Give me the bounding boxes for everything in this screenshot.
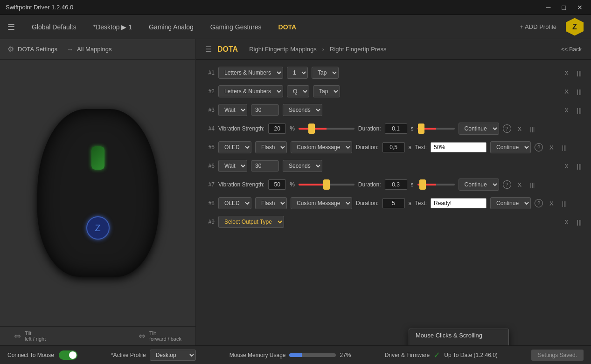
row-5-s-label: s	[409, 144, 411, 151]
nav-tab-global[interactable]: Global Defaults	[24, 21, 84, 34]
row-8-duration-value[interactable]	[382, 198, 405, 208]
row-7-slider-container	[299, 184, 355, 185]
row-4-drag-handle[interactable]: |||	[528, 124, 536, 133]
row-1-key-select[interactable]: 1	[287, 67, 308, 79]
mouse-view: Z	[0, 60, 195, 326]
row-1-type-select[interactable]: Letters & Numbers	[218, 67, 283, 79]
row-4-strength-value[interactable]	[268, 124, 286, 134]
row-7-duration-value[interactable]	[385, 179, 407, 190]
close-button[interactable]: ✕	[574, 3, 585, 12]
row-8-flash-select[interactable]: Flash	[255, 197, 287, 209]
row-5-drag-handle[interactable]: |||	[560, 143, 569, 152]
row-2-action-select[interactable]: Tap	[313, 85, 340, 97]
row-8-continue-select[interactable]: Continue	[490, 197, 531, 209]
row-4-duration-slider[interactable]	[417, 128, 455, 130]
row-6-wait-value[interactable]	[251, 160, 279, 172]
row-9-delete-button[interactable]: X	[562, 218, 571, 227]
row-5-oled-select[interactable]: OLED	[218, 141, 251, 153]
mapping-row-5: #5 OLED Flash Custom Message Duration: s…	[203, 138, 584, 157]
output-type-dropdown[interactable]: Mouse Clicks & Scrolling Keyboard & Medi…	[409, 329, 509, 345]
row-7-vib-label: Vibration Strength:	[218, 181, 264, 188]
row-1-drag-handle[interactable]: |||	[575, 69, 584, 77]
row-2-type-select[interactable]: Letters & Numbers	[218, 85, 283, 97]
row-8-help-button[interactable]: ?	[535, 199, 543, 207]
sidebar-settings-label: DOTA Settings	[18, 46, 57, 53]
row-2-delete-button[interactable]: X	[562, 87, 571, 96]
breadcrumb-1[interactable]: Right Fingertip Mappings	[249, 46, 317, 53]
settings-saved-button[interactable]: Settings Saved.	[531, 350, 584, 361]
row-8-msg-select[interactable]: Custom Message	[291, 197, 352, 209]
row-3-unit-select[interactable]: Seconds	[283, 104, 322, 116]
row-7-duration-slider[interactable]	[417, 184, 455, 185]
connect-toggle[interactable]	[59, 350, 77, 360]
nav-tab-analog[interactable]: Gaming Analog	[141, 21, 201, 34]
row-5-msg-select[interactable]: Custom Message	[291, 141, 352, 153]
add-profile-button[interactable]: + ADD Profile	[520, 23, 556, 30]
dropdown-item-keyboard[interactable]: Keyboard & Media	[409, 342, 508, 345]
row-9-type-select[interactable]: Select Output Type	[218, 216, 284, 228]
left-sidebar: ⚙ DOTA Settings → All Mappings Z ⇔ Tiltl…	[0, 39, 196, 345]
row-4-duration-label: Duration:	[358, 125, 381, 132]
row-6-delete-button[interactable]: X	[562, 162, 571, 171]
row-2-drag-handle[interactable]: |||	[575, 87, 584, 96]
row-4-delete-button[interactable]: X	[515, 124, 525, 133]
row-6-drag-handle[interactable]: |||	[575, 162, 584, 171]
row-5-continue-select[interactable]: Continue	[490, 141, 531, 153]
row-7-delete-button[interactable]: X	[515, 180, 525, 189]
row-5-duration-value[interactable]	[382, 142, 405, 152]
row-5-text-label: Text:	[415, 144, 427, 151]
row-7-s-label: s	[411, 181, 414, 188]
nav-tab-gestures[interactable]: Gaming Gestures	[203, 21, 269, 34]
row-4-slider-container	[299, 128, 355, 130]
row-7-help-button[interactable]: ?	[503, 180, 511, 189]
scroll-wheel	[91, 146, 104, 170]
bottom-bar: Connect To Mouse *Active Profile Desktop…	[0, 345, 591, 364]
row-1-delete-button[interactable]: X	[562, 69, 571, 77]
row-4-strength-slider[interactable]	[299, 128, 355, 130]
driver-version: Up To Date (1.2.46.0)	[444, 352, 498, 358]
row-5-text-input[interactable]	[431, 142, 487, 152]
row-5-help-button[interactable]: ?	[535, 143, 543, 151]
row-7-strength-value[interactable]	[268, 179, 286, 190]
row-5-delete-button[interactable]: X	[547, 143, 556, 152]
hamburger-icon[interactable]: ☰	[7, 22, 15, 32]
row-8-drag-handle[interactable]: |||	[560, 199, 569, 208]
row-3-wait-value[interactable]	[251, 104, 279, 116]
row-8-delete-button[interactable]: X	[547, 199, 556, 208]
row-6-wait-select[interactable]: Wait	[218, 160, 247, 172]
row-8-oled-select[interactable]: OLED	[218, 197, 251, 209]
nav-tab-desktop[interactable]: *Desktop ▶ 1	[86, 21, 139, 34]
row-3-drag-handle[interactable]: |||	[575, 106, 584, 115]
tilt-section: ⇔ Tiltleft / right ⇔ Tiltforward / back	[0, 326, 195, 345]
content-hamburger-icon[interactable]: ☰	[205, 45, 212, 54]
main-layout: ⚙ DOTA Settings → All Mappings Z ⇔ Tiltl…	[0, 39, 591, 345]
row-7-strength-slider[interactable]	[299, 184, 355, 185]
row-8-text-label: Text:	[415, 200, 427, 206]
row-8-text-input[interactable]	[431, 198, 487, 208]
row-7-continue-select[interactable]: Continue	[459, 179, 499, 191]
row-1-action-select[interactable]: Tap	[312, 67, 339, 79]
maximize-button[interactable]: □	[559, 3, 569, 12]
row-4-duration-value[interactable]	[385, 124, 407, 134]
row-4-continue-select[interactable]: Continue	[459, 123, 499, 135]
row-3-wait-select[interactable]: Wait	[218, 104, 247, 116]
row-7-drag-handle[interactable]: |||	[528, 180, 536, 189]
back-button[interactable]: << Back	[561, 46, 582, 53]
row-3-delete-button[interactable]: X	[562, 106, 571, 115]
memory-section: Mouse Memory Usage 27%	[229, 352, 351, 358]
content-header: ☰ DOTA Right Fingertip Mappings › Right …	[196, 39, 591, 60]
profile-select[interactable]: Desktop	[150, 350, 196, 361]
minimize-button[interactable]: ─	[543, 3, 554, 12]
row-2-key-select[interactable]: Q	[287, 85, 309, 97]
tilt-forward-icon: ⇔	[139, 331, 146, 341]
row-6-unit-select[interactable]: Seconds	[283, 160, 322, 172]
dropdown-item-mouse-clicks[interactable]: Mouse Clicks & Scrolling	[409, 329, 508, 342]
row-7-pct-label: %	[290, 181, 295, 188]
sidebar-settings-item[interactable]: ⚙ DOTA Settings	[7, 45, 57, 54]
row-1-num: #1	[203, 69, 215, 76]
sidebar-all-mappings-item[interactable]: → All Mappings	[67, 46, 111, 53]
row-9-drag-handle[interactable]: |||	[575, 218, 584, 227]
row-5-flash-select[interactable]: Flash	[255, 141, 287, 153]
row-4-help-button[interactable]: ?	[503, 124, 511, 133]
nav-tab-dota[interactable]: DOTA	[271, 21, 304, 34]
